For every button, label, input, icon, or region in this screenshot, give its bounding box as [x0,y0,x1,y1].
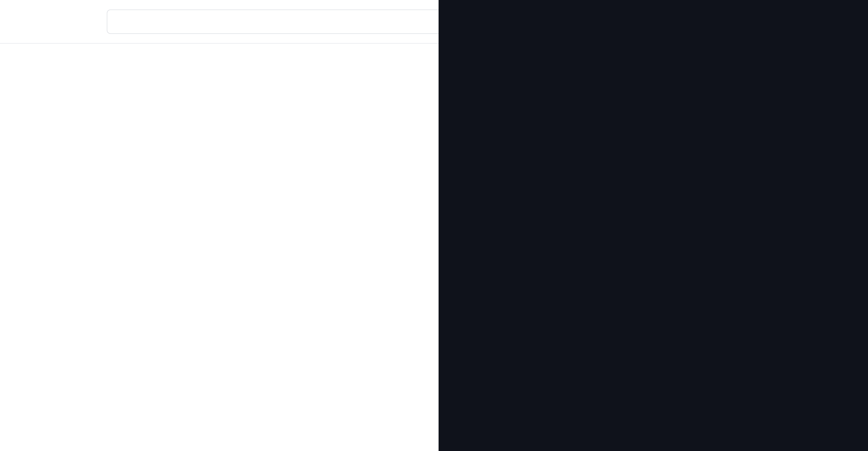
search-input[interactable] [107,9,464,34]
